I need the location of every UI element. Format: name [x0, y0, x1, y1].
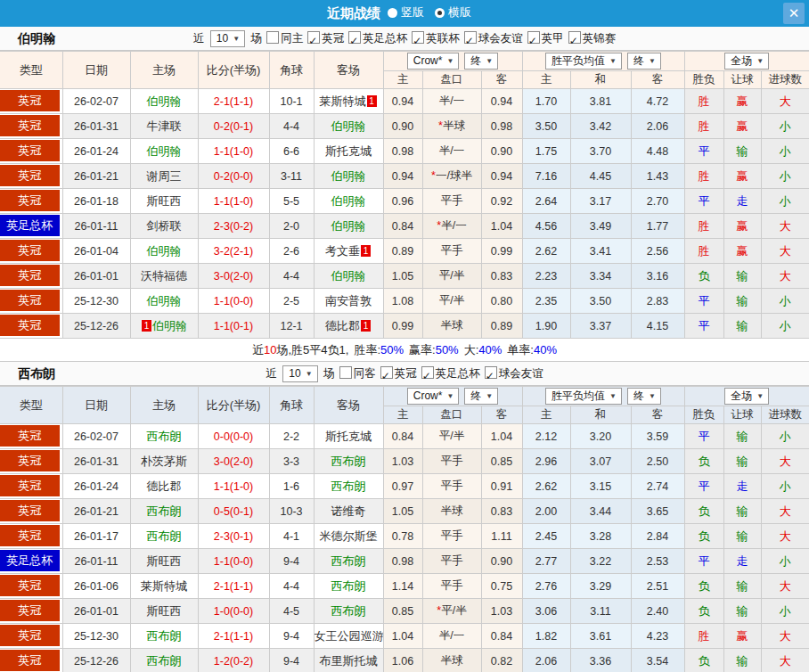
away-odds-cell: 0.84 [481, 624, 522, 649]
odds-time-select[interactable]: 终 [464, 53, 498, 70]
layout-radio-unchecked[interactable]: 竖版 [388, 4, 424, 20]
competition-checkbox[interactable]: 英联杯 [412, 32, 460, 45]
result-cell: 平 [684, 424, 723, 449]
date-cell: 26-01-01 [62, 264, 130, 289]
radio-icon[interactable] [435, 8, 445, 18]
competition-checkbox[interactable]: 球会友谊 [485, 367, 543, 380]
away-team-cell: 南安普敦 [314, 289, 383, 314]
odds-source-select[interactable]: Crow* [407, 53, 460, 70]
avg-home-cell: 3.06 [522, 599, 570, 624]
match-count-select[interactable]: 10 [210, 30, 245, 47]
avg-away-cell: 2.70 [631, 189, 684, 214]
red-card-badge: 1 [142, 320, 151, 332]
avg-away-cell: 2.83 [631, 289, 684, 314]
avg-draw-cell: 3.28 [570, 524, 631, 549]
competition-checkbox[interactable]: 英足总杯 [348, 32, 407, 45]
sub-column-header: 主 [522, 71, 570, 89]
same-venue-checkbox[interactable]: 同客 [339, 367, 376, 380]
avg-draw-cell: 3.36 [570, 649, 631, 672]
handicap-cell: 平手 [422, 524, 481, 549]
handicap-cell: *一/球半 [422, 164, 481, 189]
score-cell: 1-1(0-0) [198, 289, 269, 314]
checkbox-label: 英甲 [542, 32, 564, 45]
handicap-result-cell: 输 [723, 139, 761, 164]
corners-cell: 2-0 [269, 214, 314, 239]
away-team-cell: 诺维奇 [314, 499, 383, 524]
avg-time-select[interactable]: 终 [627, 53, 661, 70]
avg-home-cell: 2.35 [522, 289, 570, 314]
away-team-cell: 布里斯托城 [314, 649, 383, 672]
checkbox-icon[interactable] [266, 31, 279, 44]
scope-select[interactable]: 全场 [724, 388, 769, 405]
checkbox-label: 同主 [281, 32, 303, 45]
checkbox-icon[interactable] [412, 31, 424, 44]
corners-cell: 9-4 [269, 549, 314, 574]
competition-checkbox[interactable]: 英足总杯 [421, 367, 480, 380]
odds-time-select[interactable]: 终 [464, 388, 498, 405]
away-team-cell: 西布朗 [314, 474, 383, 499]
league-badge: 英冠 [0, 165, 60, 186]
checkbox-icon[interactable] [485, 366, 497, 379]
home-odds-cell: 1.05 [383, 264, 422, 289]
home-team-cell: 伯明翰 [130, 139, 198, 164]
checkbox-icon[interactable] [339, 366, 352, 379]
goals-result-cell: 小 [761, 189, 809, 214]
avg-home-cell: 2.00 [522, 499, 570, 524]
summary-stat-value: 50% [436, 343, 459, 356]
corners-cell: 1-6 [269, 474, 314, 499]
competition-checkbox[interactable]: 英冠 [307, 32, 344, 45]
checkbox-icon[interactable] [464, 31, 477, 44]
match-row: 英冠26-01-24伯明翰1-1(1-0)6-6斯托克城0.98半/一0.901… [0, 139, 809, 164]
league-badge: 英冠 [0, 475, 60, 496]
avg-time-select[interactable]: 终 [627, 388, 661, 405]
home-team-name: 伯明翰 [147, 294, 182, 307]
section-header: 西布朗近 10 场同客英冠英足总杯球会友谊 [0, 362, 809, 386]
competition-checkbox[interactable]: 英甲 [527, 32, 564, 45]
match-row: 英冠26-01-24德比郡1-1(1-0)1-6西布朗0.97平手0.912.6… [0, 474, 809, 499]
goals-result-cell: 大 [761, 214, 809, 239]
layout-radio-checked[interactable]: 横版 [435, 4, 471, 20]
result-cell: 负 [684, 264, 723, 289]
checkbox-icon[interactable] [421, 366, 434, 379]
match-row: 英冠26-01-01斯旺西1-0(0-0)4-5西布朗0.85*平/半1.033… [0, 599, 809, 624]
handicap-cell: 半球 [422, 499, 481, 524]
handicap-result-cell: 输 [723, 574, 761, 599]
scope-select[interactable]: 全场 [724, 53, 769, 70]
column-header: 类型 [0, 387, 62, 424]
home-team-name: 谢周三 [147, 169, 182, 183]
odds-source-select[interactable]: Crow* [407, 388, 460, 405]
sub-column-header: 进球数 [761, 406, 809, 424]
checkbox-label: 英足总杯 [436, 367, 480, 380]
competition-checkbox[interactable]: 英锦赛 [568, 32, 617, 45]
checkbox-icon[interactable] [527, 31, 540, 44]
away-team-cell: 伯明翰 [314, 264, 383, 289]
checkbox-icon[interactable] [380, 366, 393, 379]
away-team-name: 女王公园巡游者 [315, 629, 384, 643]
sub-column-header: 让球 [723, 406, 761, 424]
competition-checkbox[interactable]: 球会友谊 [464, 32, 523, 45]
away-odds-cell: 0.94 [481, 164, 522, 189]
checkbox-label: 英锦赛 [583, 32, 617, 45]
away-team-name: 伯明翰 [331, 269, 366, 283]
checkbox-icon[interactable] [568, 31, 581, 44]
away-team-cell: 伯明翰 [314, 114, 383, 139]
checkbox-icon[interactable] [307, 31, 320, 44]
avg-select[interactable]: 胜平负均值 [545, 388, 622, 405]
match-count-select[interactable]: 10 [282, 365, 317, 382]
match-row: 英冠26-01-17西布朗2-3(0-1)4-1米德尔斯堡0.78平手1.112… [0, 524, 809, 549]
close-button[interactable]: ✕ [783, 3, 805, 24]
checkbox-icon[interactable] [348, 31, 361, 44]
sub-column-header: 主 [522, 406, 570, 424]
handicap-result-cell: 输 [723, 499, 761, 524]
home-team-name: 西布朗 [147, 629, 182, 643]
corners-cell: 6-6 [269, 139, 314, 164]
radio-icon[interactable] [388, 8, 397, 18]
same-venue-checkbox[interactable]: 同主 [266, 32, 303, 45]
home-odds-cell: 1.04 [383, 624, 422, 649]
score-cell: 2-1(1-1) [198, 89, 269, 114]
score-cell: 1-1(1-0) [198, 189, 269, 214]
league-badge: 英足总杯 [0, 550, 60, 571]
avg-select[interactable]: 胜平负均值 [545, 53, 622, 70]
competition-checkbox[interactable]: 英冠 [380, 367, 417, 380]
avg-away-cell: 4.23 [631, 624, 684, 649]
